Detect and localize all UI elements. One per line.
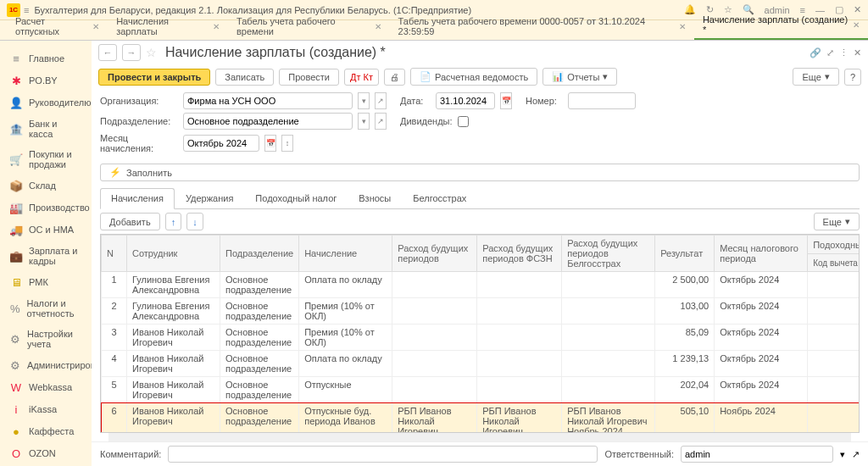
- month-picker[interactable]: 📅: [264, 135, 276, 152]
- sidebar-label: iKassa: [29, 404, 57, 414]
- month-field[interactable]: [183, 135, 259, 152]
- sidebar-item[interactable]: WWebkassa: [0, 376, 92, 398]
- tab-close-icon[interactable]: ✕: [375, 22, 381, 31]
- sidebar-icon: ●: [10, 425, 22, 437]
- dividends-checkbox[interactable]: [458, 116, 469, 127]
- tab-close-icon[interactable]: ✕: [679, 22, 686, 31]
- table-row[interactable]: 3Иванов Николай ИгоревичОсновное подразд…: [102, 325, 860, 351]
- sidebar-item[interactable]: 🖥РМК: [0, 271, 92, 293]
- save-button[interactable]: Записать: [215, 69, 274, 86]
- sidebar-item[interactable]: 👤Руководителю: [0, 92, 92, 114]
- sidebar-icon: 🖥: [10, 276, 22, 288]
- month-step[interactable]: ↕: [281, 135, 293, 152]
- subtab[interactable]: Взносы: [348, 188, 402, 208]
- subtab[interactable]: Начисления: [100, 188, 175, 209]
- sidebar-item[interactable]: 🛒Покупки и продажи: [0, 144, 92, 175]
- add-row-button[interactable]: Добавить: [100, 213, 160, 230]
- div-field[interactable]: [183, 113, 353, 130]
- more-button[interactable]: Еще ▾: [793, 68, 838, 86]
- post-close-button[interactable]: Провести и закрыть: [98, 69, 210, 86]
- nav-back[interactable]: ←: [98, 44, 117, 61]
- sidebar-item[interactable]: iiKassa: [0, 398, 92, 420]
- close-doc-icon[interactable]: ✕: [854, 47, 861, 58]
- sidebar-icon: 📦: [10, 180, 22, 191]
- org-select[interactable]: ▾: [358, 92, 370, 109]
- favorite-icon[interactable]: ☆: [146, 46, 157, 59]
- move-down-button[interactable]: ↓: [186, 213, 203, 230]
- date-picker[interactable]: 📅: [500, 92, 512, 109]
- print-button[interactable]: 🖨: [384, 69, 405, 86]
- sidebar-item[interactable]: ✱PO.BY: [0, 69, 92, 92]
- link-icon[interactable]: 🔗: [810, 47, 821, 58]
- tab-close-icon[interactable]: ✕: [92, 22, 99, 31]
- sidebar-item[interactable]: 🏭Производство: [0, 197, 92, 219]
- subtab[interactable]: Подоходный налог: [244, 188, 348, 208]
- subtab[interactable]: Белгосстрах: [402, 188, 477, 208]
- footer: Комментарий: Ответственный: ▾ ↗: [92, 441, 868, 466]
- h-scrollbar[interactable]: [108, 433, 851, 441]
- sidebar-item[interactable]: ≡Главное: [0, 47, 92, 69]
- sidebar-label: PO.BY: [29, 75, 58, 86]
- help-button[interactable]: ?: [844, 69, 861, 86]
- sidebar-item[interactable]: 🏦Банк и касса: [0, 114, 92, 144]
- top-tab[interactable]: Расчет отпускных✕: [7, 13, 108, 40]
- sheet-button[interactable]: 📄Расчетная ведомость: [410, 68, 537, 86]
- post-button[interactable]: Провести: [279, 69, 339, 86]
- fill-button[interactable]: ⚡Заполнить: [100, 164, 860, 181]
- table-row[interactable]: 5Иванов Николай ИгоревичОсновное подразд…: [102, 377, 860, 403]
- div-select[interactable]: ▾: [358, 113, 370, 130]
- subtabs: НачисленияУдержанияПодоходный налогВзнос…: [100, 188, 860, 209]
- dt-kt-button[interactable]: Дт Кт: [344, 69, 379, 86]
- move-up-button[interactable]: ↑: [165, 213, 182, 230]
- top-tab[interactable]: Табель учета рабочего времени✕: [228, 13, 390, 40]
- sidebar-label: Главное: [29, 53, 64, 64]
- subtab[interactable]: Удержания: [175, 188, 244, 208]
- sidebar-icon: ✱: [10, 75, 22, 86]
- sidebar-label: Руководителю: [29, 97, 91, 108]
- sidebar-item[interactable]: ●Каффеста: [0, 420, 92, 442]
- content: ← → ☆ Начисление зарплаты (создание) * 🔗…: [92, 41, 868, 466]
- sidebar-icon: 🏦: [10, 123, 22, 135]
- detach-icon[interactable]: ⤢: [826, 47, 834, 58]
- sidebar-icon: 👤: [10, 97, 22, 108]
- org-field[interactable]: [183, 92, 353, 109]
- top-tab[interactable]: Табель учета рабочего времени 0000-0057 …: [390, 13, 694, 40]
- more-icon[interactable]: ⋮: [839, 47, 849, 58]
- date-field[interactable]: [436, 92, 495, 109]
- table-row[interactable]: 1Гулинова Евгения АлександровнаОсновное …: [102, 272, 860, 298]
- top-tab[interactable]: Начисления зарплаты✕: [108, 13, 228, 40]
- sidebar-label: Каффеста: [29, 426, 74, 436]
- tab-close-icon[interactable]: ✕: [213, 22, 220, 31]
- top-tab[interactable]: Начисление зарплаты (создание) *✕: [694, 11, 868, 40]
- resp-select[interactable]: ▾: [840, 449, 845, 460]
- num-label: Номер:: [526, 96, 563, 106]
- sidebar-item[interactable]: 💼Зарплата и кадры: [0, 241, 92, 271]
- table-row[interactable]: 2Гулинова Евгения АлександровнаОсновное …: [102, 298, 860, 325]
- comment-field[interactable]: [168, 446, 598, 463]
- sidebar-item[interactable]: ⚙Настройки учета: [0, 324, 92, 354]
- sidebar-icon: 🏭: [10, 202, 22, 214]
- sidebar-item[interactable]: 🚚ОС и НМА: [0, 219, 92, 241]
- org-open[interactable]: ↗: [375, 92, 387, 109]
- div-label: Подразделение:: [100, 116, 178, 126]
- sidebar-item[interactable]: OOZON: [0, 442, 92, 464]
- table-row[interactable]: 6Иванов Николай ИгоревичОсновное подразд…: [102, 403, 860, 434]
- div-open[interactable]: ↗: [375, 113, 387, 130]
- tab-close-icon[interactable]: ✕: [853, 20, 860, 30]
- table-more-button[interactable]: Еще ▾: [814, 213, 860, 230]
- sidebar-item[interactable]: 📦Склад: [0, 175, 92, 197]
- comment-label: Комментарий:: [100, 449, 161, 459]
- sidebar-icon: ⚙: [10, 333, 20, 345]
- grid[interactable]: NСотрудникПодразделениеНачислениеРасход …: [100, 234, 860, 433]
- table-row[interactable]: 4Иванов Николай ИгоревичОсновное подразд…: [102, 351, 860, 377]
- sidebar-item[interactable]: %Налоги и отчетность: [0, 293, 92, 324]
- divp-label: Дивиденды:: [400, 116, 453, 126]
- nav-fwd[interactable]: →: [122, 44, 141, 61]
- resp-open[interactable]: ↗: [852, 449, 860, 460]
- reports-button[interactable]: 📊Отчеты▾: [542, 68, 617, 86]
- sidebar-icon: %: [10, 302, 20, 314]
- resp-field[interactable]: [681, 446, 833, 463]
- sidebar-item[interactable]: ⚙Администрирование: [0, 354, 92, 376]
- num-field[interactable]: [568, 92, 636, 109]
- doc-header: ← → ☆ Начисление зарплаты (создание) * 🔗…: [92, 41, 868, 64]
